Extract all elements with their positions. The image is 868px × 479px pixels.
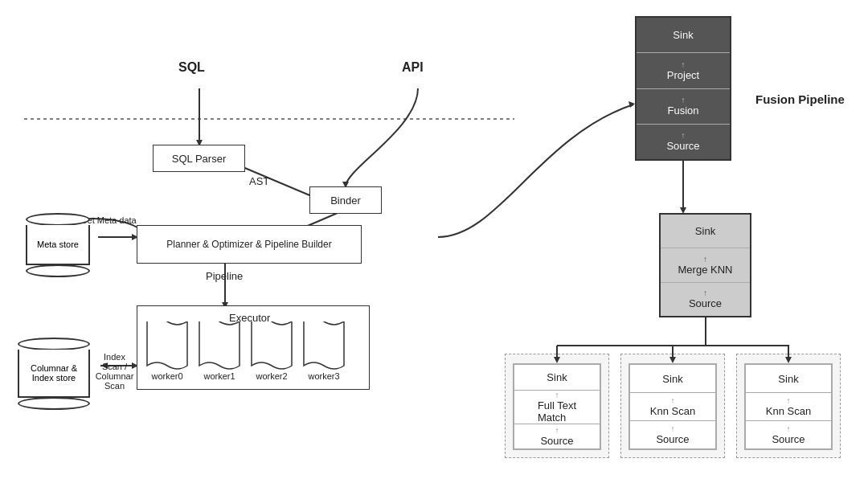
pipeline-label: Pipeline xyxy=(206,270,243,282)
fp-source-section: ↑ Source xyxy=(637,125,730,159)
knn2-label: Knn Scan xyxy=(766,405,811,417)
knn2-source-label: Source xyxy=(772,433,805,445)
fp-source-label: Source xyxy=(666,140,699,152)
meta-store: Meta store xyxy=(26,213,90,277)
ftm-sink: Sink xyxy=(514,365,600,391)
fp-project-label: Project xyxy=(667,69,699,81)
workers-svg: worker0 worker1 worker2 worker3 xyxy=(143,321,364,382)
ftm-box: Sink ↑ Full TextMatch ↑ Source xyxy=(513,363,601,450)
mknn-merge-section: ↑ Merge KNN xyxy=(661,248,750,282)
svg-text:worker1: worker1 xyxy=(203,371,235,381)
mknn-source-label: Source xyxy=(689,297,722,309)
knn1-source-section: ↑ Source xyxy=(630,421,715,448)
knn1-label: Knn Scan xyxy=(650,405,695,417)
knn2-source-section: ↑ Source xyxy=(746,421,831,448)
mknn-label: Merge KNN xyxy=(678,264,733,276)
meta-store-label: Meta store xyxy=(26,225,90,265)
api-label: API xyxy=(402,60,424,75)
knn1-sink: Sink xyxy=(630,365,715,393)
fp-sink: Sink xyxy=(637,18,730,53)
ast-label: AST xyxy=(249,175,269,187)
ftm-source-label: Source xyxy=(540,435,573,447)
fp-fusion-section: ↑ Fusion xyxy=(637,89,730,125)
knn2-sink: Sink xyxy=(746,365,831,393)
knn2-box: Sink ↑ Knn Scan ↑ Source xyxy=(744,363,833,450)
ftm-match-section: ↑ Full TextMatch xyxy=(514,391,600,424)
fusion-pipeline-label: Fusion Pipeline xyxy=(755,92,845,106)
merge-knn-box: Sink ↑ Merge KNN ↑ Source xyxy=(659,213,751,317)
ftm-source-section: ↑ Source xyxy=(514,424,600,449)
svg-marker-31 xyxy=(628,101,635,108)
binder-box: Binder xyxy=(309,186,382,214)
sql-parser-box: SQL Parser xyxy=(153,145,245,172)
svg-text:worker3: worker3 xyxy=(307,371,339,381)
planner-box: Planner & Optimizer & Pipeline Builder xyxy=(137,225,362,264)
mknn-source-section: ↑ Source xyxy=(661,283,750,316)
fusion-pipeline-box: Sink ↑ Project ↑ Fusion ↑ Source xyxy=(635,16,731,161)
knn1-scan-section: ↑ Knn Scan xyxy=(630,393,715,421)
diagram: SQL API SQL Parser AST Binder Get Meta d… xyxy=(0,0,868,479)
knn1-box: Sink ↑ Knn Scan ↑ Source xyxy=(628,363,717,450)
svg-text:worker0: worker0 xyxy=(150,371,182,381)
columnar-label: Columnar & Index store xyxy=(18,350,90,398)
columnar-store: Columnar & Index store xyxy=(18,338,90,410)
fp-project-section: ↑ Project xyxy=(637,53,730,88)
sql-label: SQL xyxy=(178,60,205,75)
index-scan-label: Index Scan /Columnar Scan xyxy=(92,352,137,391)
ftm-label: Full TextMatch xyxy=(538,399,576,424)
fp-fusion-label: Fusion xyxy=(667,104,698,117)
svg-text:worker2: worker2 xyxy=(255,371,287,381)
mknn-sink: Sink xyxy=(661,215,750,248)
knn1-source-label: Source xyxy=(656,433,689,445)
knn2-scan-section: ↑ Knn Scan xyxy=(746,393,831,421)
